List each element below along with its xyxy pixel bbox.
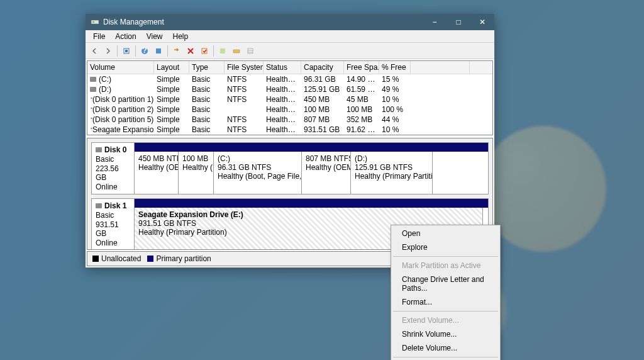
volume-status: Healthy (...: [264, 115, 301, 125]
toolbar: ?: [86, 43, 494, 59]
partition-size: 450 MB NTFS: [138, 154, 174, 163]
partition-status: Healthy (Boot, Page File, Crash: [218, 172, 297, 181]
close-button[interactable]: ✕: [470, 14, 494, 30]
titlebar[interactable]: Disk Management − □ ✕: [86, 14, 494, 30]
volume-capacity: 100 MB: [301, 104, 344, 115]
volume-pctfree: 15 %: [379, 74, 411, 84]
volume-status: Healthy (P...: [264, 84, 301, 94]
apply-button[interactable]: [198, 45, 211, 57]
column-spacer[interactable]: [411, 61, 470, 74]
context-menu-separator: [393, 256, 498, 257]
column-type[interactable]: Type: [189, 61, 225, 74]
partition-status: Healthy (OEM P: [138, 163, 174, 172]
column-volume[interactable]: Volume: [87, 61, 154, 74]
context-menu-item[interactable]: Change Drive Letter and Paths...: [392, 273, 499, 295]
menu-help[interactable]: Help: [168, 31, 194, 42]
back-button[interactable]: [88, 45, 101, 57]
new-button[interactable]: [216, 45, 229, 57]
partition[interactable]: (C:) 96.31 GB NTFS Healthy (Boot, Page F…: [214, 152, 302, 194]
volume-row[interactable]: (C:) Simple Basic NTFS Healthy (B... 96.…: [87, 74, 492, 84]
forward-button[interactable]: [102, 45, 114, 57]
volume-list: Volume Layout Type File System Status Ca…: [87, 60, 493, 135]
partition[interactable]: 100 MB Healthy (E: [179, 152, 214, 194]
column-capacity[interactable]: Capacity: [301, 61, 344, 74]
settings-button[interactable]: [152, 45, 165, 57]
list-button[interactable]: [244, 45, 257, 57]
context-menu-item[interactable]: Explore: [392, 240, 499, 254]
volume-layout: Simple: [154, 84, 189, 94]
volume-fs: [225, 104, 264, 115]
drive-button[interactable]: [230, 45, 243, 57]
context-menu-separator: [393, 357, 498, 357]
disk-size: 931.51 GB: [96, 220, 130, 238]
column-filesystem[interactable]: File System: [225, 61, 264, 74]
column-free[interactable]: Free Spa...: [344, 61, 379, 74]
toolbar-separator: [135, 45, 136, 57]
column-pctfree[interactable]: % Free: [379, 61, 411, 74]
volume-status: Healthy (B...: [264, 74, 301, 84]
volume-free: 352 MB: [344, 115, 379, 125]
volume-pctfree: 49 %: [379, 84, 411, 94]
volume-row[interactable]: (D:) Simple Basic NTFS Healthy (P... 125…: [87, 84, 492, 94]
disk-icon: [96, 147, 102, 152]
volume-fs: NTFS: [225, 94, 264, 104]
window-title: Disk Management: [103, 18, 423, 26]
toolbar-separator: [167, 45, 168, 57]
svg-rect-0: [91, 20, 99, 24]
menubar: File Action View Help: [86, 30, 494, 43]
volume-capacity: 807 MB: [301, 115, 344, 125]
volume-name: (D:): [99, 85, 111, 94]
volume-capacity: 450 MB: [301, 94, 344, 104]
context-menu-item[interactable]: Format...: [392, 295, 499, 309]
volume-fs: NTFS: [225, 74, 264, 84]
partition-size: 100 MB: [182, 154, 209, 163]
context-menu: OpenExploreMark Partition as ActiveChang…: [391, 225, 501, 360]
legend-unallocated-label: Unallocated: [101, 254, 141, 263]
volume-free: 14.90 GB: [344, 74, 379, 84]
help-button[interactable]: ?: [138, 45, 151, 57]
partition[interactable]: (D:) 125.91 GB NTFS Healthy (Primary Par…: [351, 152, 433, 194]
volume-layout: Simple: [154, 104, 189, 115]
action-button[interactable]: [170, 45, 183, 57]
volume-pctfree: 44 %: [379, 115, 411, 125]
context-menu-separator: [393, 311, 498, 312]
volume-free: 100 MB: [344, 104, 379, 115]
disk-name: Disk 0: [104, 145, 126, 154]
column-status[interactable]: Status: [264, 61, 301, 74]
volume-capacity: 931.51 GB: [301, 125, 344, 135]
volume-row[interactable]: (Disk 0 partition 1) Simple Basic NTFS H…: [87, 94, 492, 104]
partition[interactable]: 807 MB NTFS Healthy (OEM Pa: [302, 152, 351, 194]
partition[interactable]: 450 MB NTFS Healthy (OEM P: [135, 152, 179, 194]
context-menu-item[interactable]: Delete Volume...: [392, 341, 499, 355]
context-menu-item[interactable]: Shrink Volume...: [392, 327, 499, 341]
minimize-button[interactable]: −: [423, 14, 447, 30]
disk-label[interactable]: Disk 1 Basic 931.51 GB Online: [92, 199, 135, 250]
disk-label[interactable]: Disk 0 Basic 223.56 GB Online: [92, 143, 135, 194]
volume-row[interactable]: Seagate Expansion... Simple Basic NTFS H…: [87, 125, 492, 135]
volume-layout: Simple: [154, 125, 189, 135]
volume-pctfree: 10 %: [379, 94, 411, 104]
volume-name: (C:): [99, 75, 111, 84]
disk-icon: [96, 203, 102, 208]
disk-type: Basic: [96, 155, 130, 164]
menu-file[interactable]: File: [88, 31, 110, 42]
svg-rect-10: [248, 48, 253, 53]
delete-button[interactable]: [184, 45, 197, 57]
volume-free: 91.62 GB: [344, 125, 379, 135]
toolbar-separator: [117, 45, 118, 57]
volume-row[interactable]: (Disk 0 partition 2) Simple Basic Health…: [87, 104, 492, 115]
column-layout[interactable]: Layout: [154, 61, 189, 74]
context-menu-item[interactable]: Open: [392, 227, 499, 240]
refresh-button[interactable]: [120, 45, 133, 57]
volume-layout: Simple: [154, 94, 189, 104]
volume-type: Basic: [189, 115, 225, 125]
volume-fs: NTFS: [225, 125, 264, 135]
volume-name: (Disk 0 partition 5): [92, 115, 153, 124]
volume-row[interactable]: (Disk 0 partition 5) Simple Basic NTFS H…: [87, 115, 492, 125]
disk-size: 223.56 GB: [96, 164, 130, 182]
menu-view[interactable]: View: [142, 31, 168, 42]
menu-action[interactable]: Action: [110, 31, 141, 42]
maximize-button[interactable]: □: [447, 14, 470, 30]
volume-list-header: Volume Layout Type File System Status Ca…: [87, 61, 492, 74]
volume-pctfree: 10 %: [379, 125, 411, 135]
